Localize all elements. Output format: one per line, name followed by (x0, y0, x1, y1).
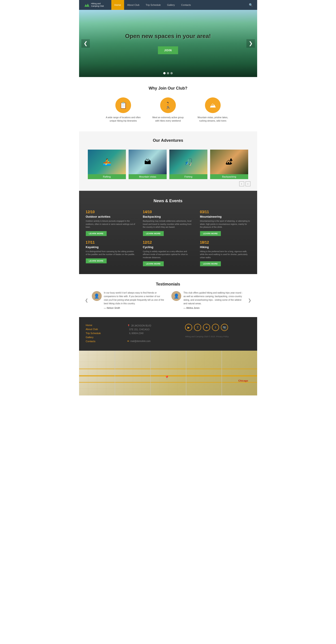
news-item-5: 18/12 Hiking Hiking is the preferred ter… (200, 240, 250, 266)
footer-email: ✉ mail@demolink.com (127, 339, 176, 343)
footer: HomeAbout ClubTrip ScheduleGalleryContac… (79, 317, 257, 351)
hero-next-button[interactable]: ❯ (246, 39, 255, 48)
testimonials-title: Testimonials (84, 282, 253, 286)
social-icon-1[interactable]: T (194, 324, 201, 331)
address-line1: 28 JACKSON BLVD (131, 324, 151, 327)
why-icon-1: 🚶 (160, 98, 176, 113)
why-icon-2: ⛰ (205, 98, 221, 113)
footer-contact: 📍 28 JACKSON BLVD STE 151, CHICAGO IL 60… (127, 324, 176, 343)
nav-link-contacts[interactable]: Contacts (178, 0, 194, 10)
adventure-image-2: 🎣 (169, 150, 208, 174)
footer-link-gallery[interactable]: Gallery (86, 336, 118, 338)
adventure-label-3: Backpacking (210, 174, 248, 179)
why-card-0: 📋 A wide range of locations and often un… (105, 98, 141, 122)
footer-link-trip-schedule[interactable]: Trip Schedule (86, 332, 118, 334)
adventure-label-1: Mountain vistas (128, 174, 167, 179)
why-text-0: A wide range of locations and often uniq… (105, 116, 141, 122)
nav-links: HomeAbout ClubTrip ScheduleGalleryContac… (111, 0, 249, 10)
why-join-section: Why Join Our Club? 📋 A wide range of loc… (79, 77, 257, 132)
learn-more-button-4[interactable]: LEARN MORE (143, 261, 164, 266)
news-date-3: 17/11 (86, 240, 136, 244)
testimonials-next-button[interactable]: ❯ (246, 298, 253, 303)
map-chicago-label: Chicago (238, 379, 248, 382)
hero-dots (163, 72, 173, 74)
address-line3: IL 60604-2340 (129, 332, 143, 334)
adventure-card-fishing[interactable]: 🎣 Fishing (169, 150, 208, 179)
news-desc-2: Mountaineering is the sport of attaining… (200, 220, 250, 229)
footer-address: 📍 28 JACKSON BLVD STE 151, CHICAGO IL 60… (127, 324, 176, 335)
search-icon[interactable]: 🔍 (249, 3, 253, 7)
learn-more-button-0[interactable]: LEARN MORE (86, 231, 107, 236)
social-icons: ▶T✦f📷 (185, 324, 250, 331)
adventure-label-2: Fishing (169, 174, 208, 179)
news-topic-5: Hiking (200, 246, 250, 249)
news-desc-4: Cycling is widely regarded as a very eff… (143, 250, 193, 259)
news-title: News & Events (86, 198, 250, 203)
news-grid: 12/10 Outdoor activities Outdoor activit… (86, 210, 250, 266)
testimonials-prev-button[interactable]: ❮ (84, 298, 90, 303)
why-text-2: Mountain vistas, pristine lakes, rushing… (195, 116, 231, 122)
learn-more-button-1[interactable]: LEARN MORE (143, 231, 164, 236)
nav-link-home[interactable]: Home (111, 0, 124, 10)
adventure-prev-button[interactable]: ‹ (239, 182, 244, 186)
social-icon-2[interactable]: ✦ (203, 324, 210, 331)
nav-link-about-club[interactable]: About Club (124, 0, 142, 10)
news-topic-3: Kayaking (86, 246, 136, 249)
social-icon-3[interactable]: f (212, 324, 219, 331)
footer-link-contacts[interactable]: Contacts (86, 340, 118, 342)
news-desc-5: Hiking is the preferred term for a long,… (200, 250, 250, 259)
hero-dot-2[interactable] (167, 72, 169, 74)
adventures-section: Our Adventures 🚣 Rafting 🏔 Mountain vist… (79, 132, 257, 191)
news-topic-4: Cycling (143, 246, 193, 249)
adventure-label-0: Rafting (88, 174, 126, 179)
nav-link-gallery[interactable]: Gallery (164, 0, 178, 10)
news-item-1: 14/10 Backpacking Backpacking may includ… (143, 210, 193, 236)
testimonial-item-0: 👤 In our busy world it isn't always easy… (92, 291, 165, 309)
news-events-section: News & Events 12/10 Outdoor activities O… (79, 191, 257, 274)
learn-more-button-3[interactable]: LEARN MORE (86, 258, 107, 263)
footer-social: ▶T✦f📷 Hiking and Camping Club © 2015. Pr… (185, 324, 250, 338)
news-desc-1: Backpacking may include wilderness adven… (143, 220, 193, 229)
hero-title: Open new spaces in your area! (125, 33, 211, 40)
email-text: mail@demolink.com (130, 340, 150, 342)
footer-link-about-club[interactable]: About Club (86, 328, 118, 330)
footer-links: HomeAbout ClubTrip ScheduleGalleryContac… (86, 324, 118, 344)
why-card-1: 🚶 Meet an extremely active group with hi… (150, 98, 186, 122)
news-topic-2: Mountaineering (200, 215, 250, 218)
adventure-nav: ‹ › (84, 182, 253, 186)
hero-dot-3[interactable] (170, 72, 173, 74)
join-button[interactable]: JOIN (158, 46, 178, 54)
adventure-grid: 🚣 Rafting 🏔 Mountain vistas 🎣 Fishing 🏕 … (84, 150, 253, 179)
social-icon-0[interactable]: ▶ (185, 324, 192, 331)
hero-dot-1[interactable] (163, 72, 166, 74)
adventures-title: Our Adventures (84, 138, 253, 143)
hero-prev-button[interactable]: ❮ (81, 39, 90, 48)
adventure-card-mountain-vistas[interactable]: 🏔 Mountain vistas (128, 150, 167, 179)
why-icon-0: 📋 (115, 98, 131, 113)
news-topic-1: Backpacking (143, 215, 193, 218)
news-desc-0: Outdoor activity is leisure pursuits eng… (86, 220, 136, 229)
testimonial-author-0: — Nelson Smith (104, 307, 165, 309)
address-line2: STE 151, CHICAGO (129, 328, 150, 331)
hero-section: Open new spaces in your area! JOIN ❮ ❯ (79, 10, 257, 77)
adventure-image-3: 🏕 (210, 150, 248, 174)
adventure-image-0: 🚣 (88, 150, 126, 174)
map-pin: 📍 (164, 375, 169, 380)
adventure-card-rafting[interactable]: 🚣 Rafting (88, 150, 126, 179)
testimonial-body-1: This club offers guided hiking and walki… (184, 291, 244, 309)
footer-link-home[interactable]: Home (86, 324, 118, 326)
footer-copyright: Hiking and Camping Club © 2015. Privacy … (185, 336, 250, 338)
news-date-4: 12/12 (143, 240, 193, 244)
social-icon-4[interactable]: 📷 (221, 324, 228, 331)
testimonial-author-1: — Melina Jones (184, 307, 244, 309)
learn-more-button-2[interactable]: LEARN MORE (200, 231, 221, 236)
adventure-card-backpacking[interactable]: 🏕 Backpacking (210, 150, 248, 179)
news-item-0: 12/10 Outdoor activities Outdoor activit… (86, 210, 136, 236)
news-desc-3: It is distinguished from canoeing by the… (86, 250, 136, 256)
why-card-2: ⛰ Mountain vistas, pristine lakes, rushi… (195, 98, 231, 122)
nav-link-trip-schedule[interactable]: Trip Schedule (142, 0, 164, 10)
learn-more-button-5[interactable]: LEARN MORE (200, 261, 221, 266)
news-topic-0: Outdoor activities (86, 215, 136, 218)
news-item-2: 03/11 Mountaineering Mountaineering is t… (200, 210, 250, 236)
adventure-next-button[interactable]: › (246, 182, 250, 186)
